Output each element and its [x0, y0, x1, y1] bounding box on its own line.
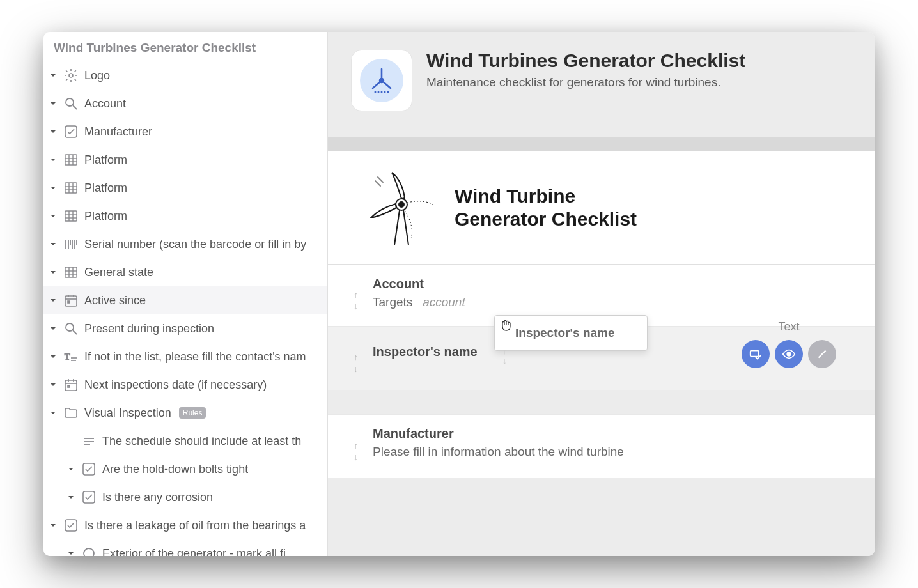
validate-button[interactable]	[742, 340, 770, 368]
caret-icon[interactable]	[66, 549, 75, 556]
svg-text:T: T	[65, 352, 70, 362]
caret-icon[interactable]	[49, 155, 58, 164]
form-content: Wind Turbine Generator Checklist Account…	[328, 151, 875, 556]
svg-line-64	[403, 210, 408, 245]
header-app-icon	[351, 50, 412, 111]
svg-point-62	[399, 202, 404, 207]
tree-item-label: Is there any corrosion	[102, 491, 213, 504]
svg-line-2	[73, 105, 77, 109]
tree-item-8[interactable]: Active since	[43, 286, 327, 314]
svg-point-55	[380, 79, 384, 82]
check-icon	[81, 489, 97, 506]
tree-item-17[interactable]: Exterior of the generator - mark all fi…	[43, 539, 327, 556]
text-icon: T	[63, 348, 79, 365]
grid-icon	[63, 180, 79, 196]
caret-icon[interactable]	[49, 380, 58, 389]
calendar-icon	[63, 376, 79, 393]
svg-point-59	[384, 91, 386, 93]
tree-item-1[interactable]: Account	[43, 89, 327, 118]
tree-item-0[interactable]: Logo	[43, 61, 327, 89]
caret-icon[interactable]	[66, 465, 75, 474]
tree-item-13[interactable]: The schedule should include at least th	[43, 427, 327, 455]
inspector-field[interactable]: Inspector's name ↑↓ Inspector's name ↑↓ …	[328, 326, 875, 390]
rules-badge: Rules	[179, 407, 206, 419]
tree-item-10[interactable]: TIf not in the list, please fill the con…	[43, 343, 327, 371]
tree-item-5[interactable]: Platform	[43, 202, 327, 230]
tree-item-label: If not in the list, please fill the cont…	[84, 350, 306, 364]
tree-item-label: Active since	[84, 294, 146, 307]
tree-item-12[interactable]: Visual InspectionRules	[43, 399, 327, 427]
tree-item-4[interactable]: Platform	[43, 174, 327, 202]
tree-item-label: Is there a leakage of oil from the beari…	[84, 519, 306, 532]
barcode-icon	[63, 236, 79, 252]
account-label: Account	[354, 277, 849, 291]
svg-line-66	[378, 177, 383, 182]
caret-icon[interactable]	[49, 240, 58, 249]
divider-bar	[328, 137, 875, 151]
svg-rect-9	[65, 183, 77, 193]
search-icon	[63, 320, 79, 337]
slash-icon	[815, 347, 829, 361]
disabled-action-button[interactable]	[808, 340, 836, 368]
tree-item-6[interactable]: Serial number (scan the barcode or fill …	[43, 230, 327, 258]
svg-point-35	[66, 323, 74, 331]
logo-section: Wind Turbine Generator Checklist	[328, 151, 875, 265]
reorder-arrows-icon[interactable]: ↑↓	[354, 352, 358, 373]
check-icon	[63, 517, 79, 534]
svg-rect-14	[65, 211, 77, 221]
search-icon	[63, 95, 79, 112]
svg-line-63	[394, 210, 400, 245]
caret-icon[interactable]	[66, 493, 75, 502]
caret-icon[interactable]	[49, 183, 58, 192]
caret-icon[interactable]	[49, 324, 58, 333]
caret-icon[interactable]	[49, 99, 58, 108]
main-panel: Wind Turbines Generator Checklist Mainte…	[328, 32, 875, 556]
tree-item-16[interactable]: Is there a leakage of oil from the beari…	[43, 511, 327, 539]
caret-icon[interactable]	[49, 212, 58, 220]
sidebar-tree: Wind Turbines Generator Checklist LogoAc…	[43, 32, 328, 556]
caret-icon[interactable]	[49, 408, 58, 417]
tree-item-label: Are the hold-down bolts tight	[102, 463, 248, 476]
visibility-button[interactable]	[775, 340, 803, 368]
grid-icon	[63, 151, 79, 168]
drag-card-label: Inspector's name	[515, 326, 633, 340]
page-subtitle: Maintenance checklist for generators for…	[426, 75, 745, 89]
folder-icon	[63, 405, 79, 421]
caret-icon[interactable]	[49, 127, 58, 136]
caret-icon[interactable]	[66, 437, 75, 445]
tree-item-14[interactable]: Are the hold-down bolts tight	[43, 455, 327, 483]
svg-point-57	[378, 91, 380, 93]
tree-item-3[interactable]: Platform	[43, 146, 327, 174]
tree-item-7[interactable]: General state	[43, 258, 327, 286]
svg-rect-44	[68, 385, 70, 387]
svg-line-65	[375, 181, 380, 186]
svg-rect-67	[751, 351, 759, 357]
tree-item-9[interactable]: Present during inspection	[43, 314, 327, 343]
tree-item-15[interactable]: Is there any corrosion	[43, 483, 327, 511]
svg-point-58	[381, 91, 383, 93]
tree-item-11[interactable]: Next inspections date (if necessary)	[43, 371, 327, 399]
caret-icon[interactable]	[49, 352, 58, 361]
reorder-arrows-icon[interactable]: ↑↓	[354, 440, 358, 461]
caret-icon[interactable]	[49, 71, 58, 80]
section-gap	[328, 390, 875, 414]
account-targets: Targets account	[354, 295, 849, 309]
logo-title: Wind Turbine Generator Checklist	[455, 185, 637, 231]
svg-line-69	[819, 351, 826, 358]
tree-item-label: Platform	[84, 182, 127, 195]
svg-point-1	[66, 98, 74, 106]
caret-icon[interactable]	[49, 296, 58, 305]
caret-icon[interactable]	[49, 268, 58, 277]
caret-icon[interactable]	[49, 521, 58, 530]
reorder-arrows-icon[interactable]: ↑↓	[354, 289, 358, 311]
sidebar-title: Wind Turbines Generator Checklist	[43, 32, 327, 61]
page-header: Wind Turbines Generator Checklist Mainte…	[328, 32, 875, 137]
app-window: Wind Turbines Generator Checklist LogoAc…	[43, 32, 875, 556]
wind-turbine-icon	[368, 66, 396, 95]
tree-item-2[interactable]: Manufacturer	[43, 118, 327, 146]
drag-preview-card[interactable]: Inspector's name ↑↓	[494, 315, 648, 351]
manufacturer-field[interactable]: Manufacturer ↑↓ Please fill in informati…	[328, 414, 875, 478]
tree-item-label: Present during inspection	[84, 322, 214, 336]
tree-item-label: Account	[84, 97, 126, 111]
tree-item-label: General state	[84, 266, 153, 279]
